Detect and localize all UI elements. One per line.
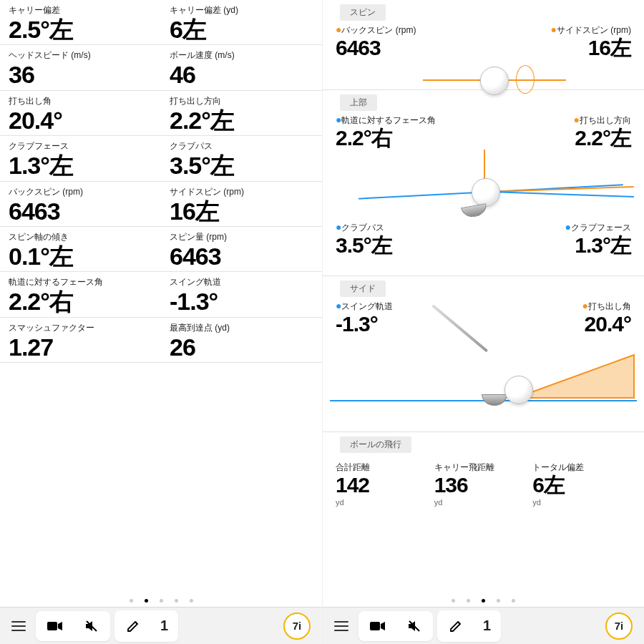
metric-cell[interactable]: クラブフェース1.3°左 [0,136,161,181]
metric-value: 3.5°左 [336,234,392,257]
page-dot[interactable] [190,599,193,602]
metric-cell[interactable]: バックスピン (rpm)6463 [0,182,161,227]
top-row-lower: ●クラブパス 3.5°左 ●クラブフェース 1.3°左 [330,221,637,257]
menu-icon [11,621,26,631]
metric-value: 6463 [9,198,154,225]
metric-cell[interactable]: スピン量 (rpm)6463 [161,227,322,272]
golf-ball-icon [504,376,533,404]
video-icon [47,620,63,632]
metric-label: ●スイング軌道 [336,300,393,313]
metric-label: ●サイドスピン (rpm) [551,24,631,36]
metric-label: クラブパス [170,140,315,152]
metric-value: 36 [9,62,154,88]
metric-label: 打ち出し方向 [170,95,315,107]
metric-label: 軌道に対するフェース角 [9,276,154,288]
page-indicator [323,596,644,605]
metric-value: 6463 [170,243,315,270]
club-badge: 7i [605,613,633,640]
metric-cell[interactable]: 軌道に対するフェース角2.2°右 [0,272,161,317]
metric-cell[interactable]: ヘッドスピード (m/s)36 [0,45,161,90]
metric-cell[interactable]: キャリー偏差 (yd)6左 [161,0,322,45]
metrics-pane: キャリー偏差2.5°左 キャリー偏差 (yd)6左 ヘッドスピード (m/s)3… [0,0,322,644]
metric-cell[interactable]: スピン軸の傾き0.1°左 [0,227,161,272]
page-dot[interactable] [160,599,163,602]
section-title: ボールの飛行 [340,436,411,453]
edit-button[interactable] [443,613,469,639]
metric-value: 6左 [532,474,631,497]
metric-cell[interactable]: サイドスピン (rpm)16左 [161,182,322,227]
mute-button[interactable] [79,614,104,638]
metric-value: 6左 [170,16,315,43]
spin-row: ●バックスピン (rpm) 6463 ●サイドスピン (rpm) 16左 [330,24,637,59]
metric-value: 2.2°左 [170,107,315,134]
metric-value: 16左 [170,198,315,225]
video-button[interactable] [364,615,391,638]
shot-count: 1 [479,618,495,634]
side-row: ●スイング軌道 -1.3° ●打ち出し角 20.4° [330,300,637,336]
svg-marker-2 [516,355,634,398]
page-dot[interactable] [130,599,133,602]
video-group [36,611,110,641]
club-head-icon [482,394,507,406]
edit-group: 1 [437,610,501,642]
menu-button[interactable] [6,615,31,637]
analysis-pane: スピン ●バックスピン (rpm) 6463 ●サイドスピン (rpm) 16左 [322,0,644,644]
video-button[interactable] [42,615,69,638]
shot-count: 1 [156,618,172,634]
metric-cell[interactable]: キャリー偏差2.5°左 [0,0,161,45]
metric-label: トータル偏差 [532,462,631,474]
svg-rect-3 [370,622,380,630]
flight-row: 合計距離 142 yd キャリー飛距離 136 yd トータル偏差 6左 yd [330,462,637,507]
video-icon [370,620,386,632]
page-dot[interactable] [175,599,178,602]
metric-value: 2.2°右 [336,127,436,150]
bottom-toolbar: 1 7i [0,607,322,644]
metric-label: ●バックスピン (rpm) [336,24,416,36]
metric-cell[interactable]: 打ち出し方向2.2°左 [161,91,322,136]
svg-rect-0 [47,622,57,630]
section-title: 上部 [340,94,377,111]
metric-label: キャリー偏差 [9,4,154,16]
metric-value: -1.3° [336,313,393,336]
metric-label: ボール速度 (m/s) [170,49,315,62]
menu-button[interactable] [328,615,354,637]
page-dot[interactable] [512,599,515,602]
metric-unit: yd [434,498,533,507]
metric-cell[interactable]: 打ち出し角20.4° [0,91,161,136]
club-select-button[interactable]: 7i [600,607,638,645]
metric-value: 16左 [551,36,631,59]
metric-label: 合計距離 [336,462,434,474]
club-head-icon [461,203,488,218]
page-dot-active[interactable] [482,599,485,602]
metric-value: 20.4° [9,107,154,134]
edit-button[interactable] [120,613,146,639]
club-select-button[interactable]: 7i [278,607,316,645]
metric-label: スイング軌道 [170,276,315,288]
page-dot[interactable] [452,599,455,602]
metric-cell[interactable]: スマッシュファクター1.27 [0,318,161,363]
speaker-mute-icon [407,620,421,633]
metric-label: キャリー偏差 (yd) [170,4,315,16]
metric-value: 1.27 [9,334,154,361]
metric-cell[interactable]: ボール速度 (m/s)46 [161,45,322,90]
mute-button[interactable] [401,614,427,638]
metric-unit: yd [336,498,434,507]
metric-label: クラブフェース [9,140,154,152]
metric-value: -1.3° [170,288,315,315]
side-section: サイド ●スイング軌道 -1.3° ●打ち出し角 20.4° [323,276,644,432]
page-dot[interactable] [497,599,500,602]
launch-wedge-icon [516,351,638,401]
metric-label: ヘッドスピード (m/s) [9,49,154,62]
metric-cell[interactable]: 最高到達点 (yd)26 [161,318,322,363]
metric-label: ●軌道に対するフェース角 [336,114,436,127]
metric-value: 20.4° [582,313,631,336]
page-dot-active[interactable] [145,599,148,602]
golf-ball-icon [472,178,500,207]
metric-unit: yd [532,498,631,507]
top-visualization [330,150,637,221]
metric-cell[interactable]: クラブパス3.5°左 [161,136,322,181]
metric-cell[interactable]: スイング軌道-1.3° [161,272,322,317]
metric-label: バックスピン (rpm) [9,186,154,198]
metric-label: キャリー飛距離 [434,462,533,474]
page-dot[interactable] [467,599,470,602]
